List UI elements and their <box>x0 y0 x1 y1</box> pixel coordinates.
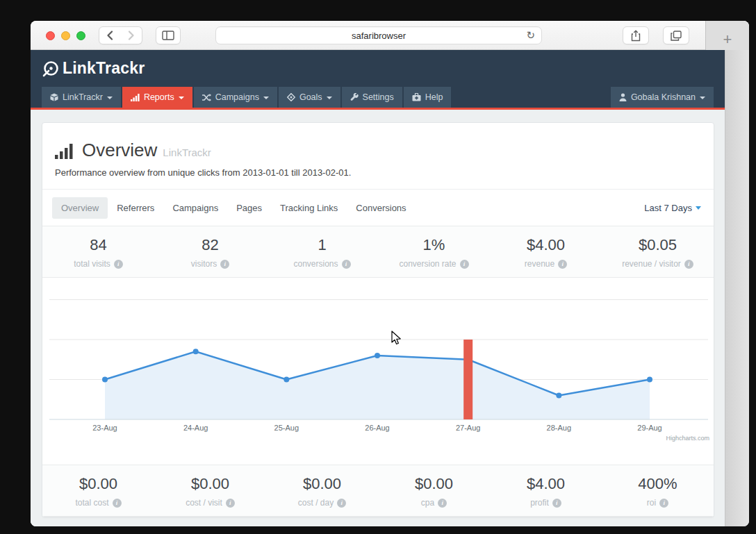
stat-value: $4.00 <box>490 236 602 254</box>
svg-text:24-Aug: 24-Aug <box>183 424 208 432</box>
info-icon[interactable]: i <box>226 499 235 508</box>
cube-icon <box>50 93 58 101</box>
new-tab-area: + <box>705 21 749 50</box>
stat-total-cost: $0.00total costi <box>42 475 154 508</box>
stat-cost-per-day: $0.00cost / dayi <box>266 475 378 508</box>
info-icon[interactable]: i <box>337 499 346 508</box>
tab-referrers[interactable]: Referrers <box>108 197 163 219</box>
share-button[interactable] <box>623 26 649 44</box>
stat-label: total cost <box>75 498 108 508</box>
user-menu[interactable]: Gobala Krishnan <box>611 87 714 108</box>
nav-item-help[interactable]: Help <box>404 87 452 108</box>
stat-value: $0.00 <box>378 475 490 493</box>
nav-item-campaigns[interactable]: Campaigns <box>194 87 277 108</box>
tab-tracking-links[interactable]: Tracking Links <box>271 197 347 219</box>
stat-value: $0.05 <box>602 236 714 254</box>
window-right-gutter <box>725 50 749 526</box>
stat-cost-per-visit: $0.00cost / visiti <box>154 475 266 508</box>
stat-label: total visits <box>74 259 110 269</box>
bar-chart-icon <box>55 142 76 159</box>
info-icon[interactable]: i <box>438 499 447 508</box>
show-tabs-button[interactable] <box>663 26 689 44</box>
nav-spacer <box>452 87 610 108</box>
report-tabs: Overview Referrers Campaigns Pages Track… <box>42 190 714 226</box>
stat-value: $0.00 <box>154 475 266 493</box>
stat-value: $4.00 <box>490 475 602 493</box>
page-title: Overview <box>82 140 157 161</box>
stat-label: cpa <box>421 498 434 508</box>
info-icon[interactable]: i <box>342 260 351 269</box>
card-header: Overview LinkTrackr Performance overview… <box>42 123 714 190</box>
brand-logo[interactable]: LinkTrackr <box>42 59 145 78</box>
new-tab-button[interactable]: + <box>723 29 732 50</box>
reload-icon[interactable]: ↻ <box>526 29 535 42</box>
chevron-down-icon <box>327 97 332 99</box>
chevron-left-icon <box>106 31 113 40</box>
share-icon <box>631 30 641 42</box>
stat-value: 1 <box>266 236 378 254</box>
svg-text:Highcharts.com: Highcharts.com <box>666 435 709 442</box>
overview-card: Overview LinkTrackr Performance overview… <box>42 122 714 517</box>
tab-pages[interactable]: Pages <box>227 197 271 219</box>
sidebar-toggle-button[interactable] <box>156 26 181 44</box>
nav-item-reports[interactable]: Reports <box>122 87 192 108</box>
forward-button[interactable] <box>120 26 142 44</box>
stat-roi: 400%roii <box>602 475 714 508</box>
info-icon[interactable]: i <box>220 260 229 269</box>
chevron-down-icon <box>700 97 705 99</box>
svg-text:28-Aug: 28-Aug <box>547 424 571 432</box>
nav-item-linktrackr[interactable]: LinkTrackr <box>42 87 121 108</box>
minimize-window-button[interactable] <box>61 31 70 40</box>
tab-campaigns[interactable]: Campaigns <box>163 197 227 219</box>
info-icon[interactable]: i <box>114 260 123 269</box>
nav-item-goals[interactable]: Goals <box>279 87 340 108</box>
linktrackr-logo-icon <box>42 60 60 78</box>
wrench-icon <box>350 93 359 101</box>
stat-label: conversion rate <box>399 259 456 269</box>
back-button[interactable] <box>99 26 121 44</box>
stat-value: 400% <box>602 475 714 493</box>
tabs-overview-icon <box>671 31 682 41</box>
web-content: LinkTrackr LinkTrackr Reports Campaigns <box>31 50 725 526</box>
brand-name: LinkTrackr <box>63 59 145 78</box>
goal-diamond-icon <box>287 93 295 101</box>
stat-label: revenue <box>525 259 554 269</box>
info-icon[interactable]: i <box>552 499 561 508</box>
app-header: LinkTrackr <box>31 50 725 87</box>
tab-overview[interactable]: Overview <box>52 197 108 219</box>
nav-label: Help <box>425 92 443 102</box>
chevron-down-icon <box>696 206 701 210</box>
address-bar-text: safaribrowser <box>352 31 406 41</box>
tab-conversions[interactable]: Conversions <box>347 197 415 219</box>
info-icon[interactable]: i <box>684 260 693 269</box>
chart-area: 23-Aug24-Aug25-Aug26-Aug27-Aug28-Aug29-A… <box>42 278 714 465</box>
stat-profit: $4.00profiti <box>490 475 602 508</box>
close-window-button[interactable] <box>46 31 55 40</box>
page-area: Overview LinkTrackr Performance overview… <box>31 112 725 526</box>
nav-label: Reports <box>144 92 174 102</box>
stat-value: 1% <box>378 236 490 254</box>
page-title-suffix: LinkTrackr <box>163 147 211 158</box>
chevron-down-icon <box>107 97 113 99</box>
address-bar[interactable]: safaribrowser ↻ <box>215 26 542 44</box>
nav-label: LinkTrackr <box>63 92 103 102</box>
stat-label: visitors <box>191 259 217 269</box>
stats-row-bottom: $0.00total costi $0.00cost / visiti $0.0… <box>42 465 714 517</box>
stat-cpa: $0.00cpai <box>378 475 490 508</box>
medkit-icon <box>412 93 421 101</box>
svg-text:27-Aug: 27-Aug <box>456 424 480 432</box>
info-icon[interactable]: i <box>460 260 469 269</box>
svg-text:23-Aug: 23-Aug <box>92 424 117 432</box>
window-controls <box>46 31 85 40</box>
stat-value: $0.00 <box>266 475 378 493</box>
shuffle-icon <box>202 94 211 101</box>
nav-item-settings[interactable]: Settings <box>342 87 402 108</box>
stat-label: revenue / visitor <box>622 259 681 269</box>
user-icon <box>619 93 627 101</box>
zoom-window-button[interactable] <box>76 31 85 40</box>
date-range-selector[interactable]: Last 7 Days <box>644 203 704 213</box>
nav-label: Goals <box>299 92 322 102</box>
info-icon[interactable]: i <box>113 499 122 508</box>
info-icon[interactable]: i <box>659 499 668 508</box>
info-icon[interactable]: i <box>558 260 567 269</box>
